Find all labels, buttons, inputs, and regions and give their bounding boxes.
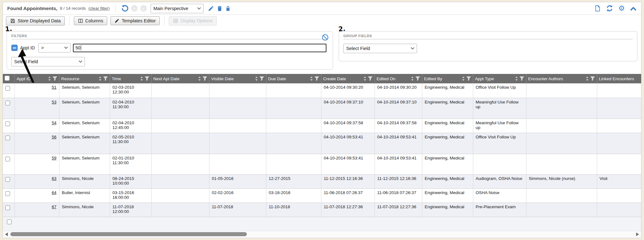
filter-funnel-icon[interactable] [466,76,471,81]
column-header[interactable]: Next Apt Date [151,74,209,83]
filter-operator-select[interactable]: > [38,43,70,53]
filter-funnel-icon[interactable] [368,76,373,81]
column-header[interactable]: Appt Type [473,74,526,83]
column-header[interactable]: Resource [59,74,110,83]
perspective-select[interactable]: Main Perspective [151,4,203,13]
column-header[interactable]: Due Date [266,74,321,83]
row-checkbox-cell [3,119,14,133]
appt-id-link[interactable]: 53 [52,100,56,104]
pencil-icon [114,18,119,23]
table-footer-row [3,217,641,231]
column-header[interactable]: Appt ID [14,74,59,83]
table-body: 51 Selenium, Selenium 02-03-2010 12:30:0… [3,83,641,217]
next-apt-date-cell [151,98,209,119]
remove-filter-button[interactable] [11,45,18,51]
resource-cell: Butler, Internist [59,188,110,203]
create-date-cell: 11-06-2018 07:26:37 [321,188,375,203]
gear-icon[interactable]: ⚙ [618,5,625,12]
appt-id-link[interactable]: 63 [52,176,56,181]
appt-type-cell: OSHA Noise [473,188,526,203]
resource-cell: Simmons, Nicole [59,203,110,217]
filter-value-text: 50 [75,45,80,50]
table-row: 53 Selenium, Selenium 02-04-2010 11:30:0… [3,98,641,119]
due-date-cell [266,83,321,98]
footer-checkbox[interactable] [7,220,12,224]
clear-all-filters-icon[interactable] [321,34,329,41]
row-checkbox[interactable] [5,136,10,140]
group-fields-panel: 2. GROUP FIELDS Select Field [339,31,637,61]
filter-funnel-icon[interactable] [314,76,319,81]
store-displayed-data-button[interactable]: Store Displayed Data [6,16,65,25]
collapse-panel-icon[interactable] [630,6,637,11]
prev-perspective-icon[interactable]: ‹ [131,5,138,12]
appt-id-link[interactable]: 51 [52,85,56,90]
row-checkbox[interactable] [5,86,10,91]
lock-icon[interactable] [225,5,231,12]
group-field-select[interactable]: Select Field [343,44,417,53]
sort-icon[interactable] [515,76,518,81]
filter-funnel-icon[interactable] [590,76,595,81]
undo-icon[interactable] [121,5,129,12]
sort-icon[interactable] [255,76,258,81]
filter-funnel-icon[interactable] [145,76,149,81]
edit-perspective-icon[interactable] [208,5,214,12]
scroll-left-icon[interactable] [5,232,8,236]
appt-id-link[interactable]: 59 [52,156,56,160]
row-checkbox[interactable] [5,191,10,196]
sort-icon[interactable] [99,76,102,81]
sort-icon[interactable] [48,76,51,81]
column-header[interactable]: Time [110,74,151,83]
row-checkbox[interactable] [5,157,10,161]
column-header[interactable]: Edited On [375,74,422,83]
column-header[interactable]: Encounter Authors [526,74,597,83]
display-options-button: Display Options [169,16,217,25]
appt-id-link[interactable]: 64 [52,190,56,195]
row-checkbox[interactable] [5,101,10,105]
encounter-authors-cell [526,119,597,133]
sort-icon[interactable] [140,76,143,81]
row-checkbox[interactable] [5,177,10,182]
scrollbar-thumb[interactable] [10,232,247,236]
add-filter-field-select[interactable]: Select Field [11,57,85,66]
next-perspective-icon[interactable]: › [140,5,147,12]
scroll-right-icon[interactable] [636,232,639,236]
create-date-cell: 11-12-2015 12:16:36 [321,174,375,188]
row-checkbox-cell [3,203,14,217]
sort-icon[interactable] [462,76,465,81]
filter-funnel-icon[interactable] [259,76,264,81]
row-checkbox[interactable] [5,205,10,210]
edited-on-cell: 04-10-2014 09:53:41 [375,154,422,174]
row-checkbox[interactable] [5,121,10,126]
appt-id-link[interactable]: 54 [52,120,56,125]
select-all-checkbox[interactable] [5,76,9,81]
appt-id-link[interactable]: 67 [52,204,56,209]
new-document-icon[interactable] [594,5,601,12]
column-header[interactable]: Visible Date [209,74,266,83]
sort-icon[interactable] [310,76,313,81]
column-header[interactable]: Linked Encounters [597,74,641,83]
filter-value-input[interactable]: 50 [73,44,326,52]
filter-funnel-icon[interactable] [203,76,207,81]
delete-perspective-icon[interactable] [217,5,223,12]
filter-funnel-icon[interactable] [415,76,420,81]
column-header[interactable]: Create Date [321,74,375,83]
filter-funnel-icon[interactable] [53,76,57,81]
sort-icon[interactable] [586,76,589,81]
due-date-cell [266,119,321,133]
columns-button[interactable]: Columns [74,16,107,25]
appt-id-link[interactable]: 56 [52,135,56,139]
templates-editor-button[interactable]: Templates Editor [110,16,160,25]
create-date-cell: 04-10-2014 09:30:20 [321,83,375,98]
sort-icon[interactable] [364,76,366,81]
sort-icon[interactable] [411,76,414,81]
sort-icon[interactable] [198,76,201,81]
column-header[interactable]: Edited By [422,74,473,83]
refresh-icon[interactable] [606,5,613,12]
time-cell: 02-03-2010 12:30:00 [110,83,151,98]
row-checkbox-cell [3,133,14,154]
appointments-grid: Appt ID Resource Time [3,74,641,217]
encounter-authors-cell: Simmons, Nicole (nurse) [526,174,597,188]
filter-funnel-icon[interactable] [519,76,524,81]
filter-funnel-icon[interactable] [103,76,108,81]
clear-filter-link[interactable]: (clear filter) [88,6,110,11]
